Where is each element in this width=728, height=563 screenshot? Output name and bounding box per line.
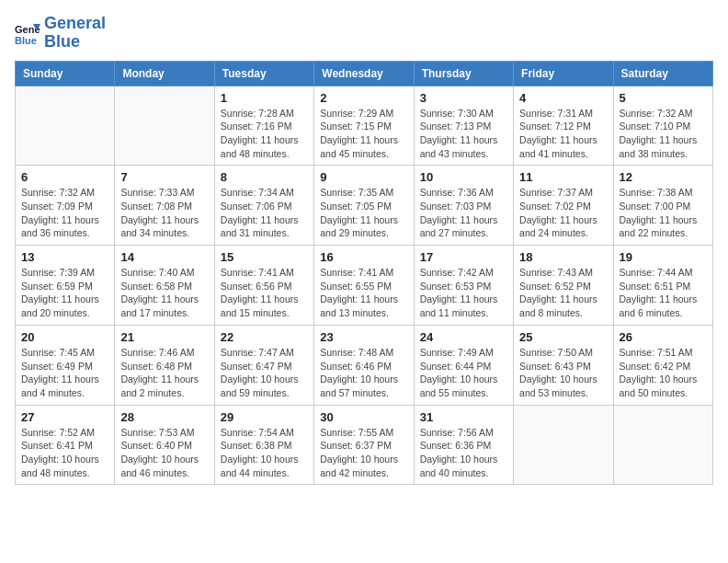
svg-text:Blue: Blue — [15, 35, 37, 46]
day-info: Sunrise: 7:45 AMSunset: 6:49 PMDaylight:… — [21, 346, 108, 400]
day-cell: 23Sunrise: 7:48 AMSunset: 6:46 PMDayligh… — [314, 325, 414, 405]
day-info: Sunrise: 7:31 AMSunset: 7:12 PMDaylight:… — [519, 107, 607, 161]
day-number: 3 — [420, 91, 507, 105]
day-header-wednesday: Wednesday — [314, 61, 414, 86]
day-number: 4 — [519, 91, 607, 105]
day-cell: 31Sunrise: 7:56 AMSunset: 6:36 PMDayligh… — [414, 405, 513, 485]
day-number: 8 — [221, 170, 308, 184]
day-number: 28 — [120, 410, 208, 424]
day-number: 22 — [221, 330, 308, 344]
day-info: Sunrise: 7:30 AMSunset: 7:13 PMDaylight:… — [420, 107, 507, 161]
day-info: Sunrise: 7:36 AMSunset: 7:03 PMDaylight:… — [420, 186, 507, 240]
header-row: SundayMondayTuesdayWednesdayThursdayFrid… — [16, 61, 713, 86]
day-info: Sunrise: 7:42 AMSunset: 6:53 PMDaylight:… — [420, 266, 507, 320]
day-cell: 21Sunrise: 7:46 AMSunset: 6:48 PMDayligh… — [115, 325, 214, 405]
day-cell: 30Sunrise: 7:55 AMSunset: 6:37 PMDayligh… — [314, 405, 414, 485]
week-row-5: 27Sunrise: 7:52 AMSunset: 6:41 PMDayligh… — [16, 405, 713, 485]
day-header-monday: Monday — [115, 61, 214, 86]
day-cell: 5Sunrise: 7:32 AMSunset: 7:10 PMDaylight… — [613, 86, 712, 166]
day-info: Sunrise: 7:46 AMSunset: 6:48 PMDaylight:… — [120, 346, 208, 400]
day-number: 29 — [221, 410, 308, 424]
day-header-sunday: Sunday — [16, 61, 115, 86]
day-header-thursday: Thursday — [414, 61, 513, 86]
calendar-table: SundayMondayTuesdayWednesdayThursdayFrid… — [15, 61, 713, 486]
day-info: Sunrise: 7:39 AMSunset: 6:59 PMDaylight:… — [21, 266, 108, 320]
logo-text: GeneralBlue — [44, 15, 106, 52]
day-number: 11 — [519, 170, 607, 184]
day-number: 19 — [620, 250, 707, 264]
week-row-4: 20Sunrise: 7:45 AMSunset: 6:49 PMDayligh… — [16, 325, 713, 405]
day-cell: 24Sunrise: 7:49 AMSunset: 6:44 PMDayligh… — [414, 325, 513, 405]
day-number: 16 — [320, 250, 407, 264]
day-number: 26 — [620, 330, 707, 344]
day-cell: 29Sunrise: 7:54 AMSunset: 6:38 PMDayligh… — [214, 405, 313, 485]
day-cell: 4Sunrise: 7:31 AMSunset: 7:12 PMDaylight… — [514, 86, 613, 166]
day-number: 10 — [420, 170, 507, 184]
day-header-friday: Friday — [514, 61, 613, 86]
day-cell — [115, 86, 214, 166]
day-info: Sunrise: 7:32 AMSunset: 7:10 PMDaylight:… — [620, 107, 707, 161]
day-cell: 2Sunrise: 7:29 AMSunset: 7:15 PMDaylight… — [314, 86, 414, 166]
day-cell: 20Sunrise: 7:45 AMSunset: 6:49 PMDayligh… — [16, 325, 115, 405]
day-number: 20 — [21, 330, 108, 344]
day-info: Sunrise: 7:51 AMSunset: 6:42 PMDaylight:… — [620, 346, 707, 400]
day-info: Sunrise: 7:55 AMSunset: 6:37 PMDaylight:… — [320, 426, 407, 480]
day-cell: 15Sunrise: 7:41 AMSunset: 6:56 PMDayligh… — [214, 246, 313, 326]
day-cell: 7Sunrise: 7:33 AMSunset: 7:08 PMDaylight… — [115, 166, 214, 246]
logo-icon: General Blue — [15, 20, 40, 46]
day-info: Sunrise: 7:41 AMSunset: 6:56 PMDaylight:… — [221, 266, 308, 320]
day-number: 2 — [320, 91, 407, 105]
day-cell: 6Sunrise: 7:32 AMSunset: 7:09 PMDaylight… — [16, 166, 115, 246]
day-cell: 10Sunrise: 7:36 AMSunset: 7:03 PMDayligh… — [414, 166, 513, 246]
day-number: 17 — [420, 250, 507, 264]
day-number: 6 — [21, 170, 108, 184]
day-number: 25 — [519, 330, 607, 344]
day-cell: 16Sunrise: 7:41 AMSunset: 6:55 PMDayligh… — [314, 246, 414, 326]
day-cell: 11Sunrise: 7:37 AMSunset: 7:02 PMDayligh… — [514, 166, 613, 246]
day-info: Sunrise: 7:47 AMSunset: 6:47 PMDaylight:… — [221, 346, 308, 400]
day-number: 7 — [120, 170, 208, 184]
day-cell: 26Sunrise: 7:51 AMSunset: 6:42 PMDayligh… — [613, 325, 712, 405]
day-cell: 1Sunrise: 7:28 AMSunset: 7:16 PMDaylight… — [214, 86, 313, 166]
day-info: Sunrise: 7:34 AMSunset: 7:06 PMDaylight:… — [221, 186, 308, 240]
day-number: 13 — [21, 250, 108, 264]
day-number: 23 — [320, 330, 407, 344]
day-info: Sunrise: 7:53 AMSunset: 6:40 PMDaylight:… — [120, 426, 208, 480]
day-cell: 12Sunrise: 7:38 AMSunset: 7:00 PMDayligh… — [613, 166, 712, 246]
day-info: Sunrise: 7:48 AMSunset: 6:46 PMDaylight:… — [320, 346, 407, 400]
day-number: 30 — [320, 410, 407, 424]
day-cell: 13Sunrise: 7:39 AMSunset: 6:59 PMDayligh… — [16, 246, 115, 326]
day-info: Sunrise: 7:50 AMSunset: 6:43 PMDaylight:… — [519, 346, 607, 400]
day-header-saturday: Saturday — [613, 61, 712, 86]
week-row-2: 6Sunrise: 7:32 AMSunset: 7:09 PMDaylight… — [16, 166, 713, 246]
day-info: Sunrise: 7:54 AMSunset: 6:38 PMDaylight:… — [221, 426, 308, 480]
day-cell: 22Sunrise: 7:47 AMSunset: 6:47 PMDayligh… — [214, 325, 313, 405]
day-info: Sunrise: 7:29 AMSunset: 7:15 PMDaylight:… — [320, 107, 407, 161]
day-number: 21 — [120, 330, 208, 344]
day-info: Sunrise: 7:40 AMSunset: 6:58 PMDaylight:… — [120, 266, 208, 320]
day-info: Sunrise: 7:56 AMSunset: 6:36 PMDaylight:… — [420, 426, 507, 480]
day-cell: 28Sunrise: 7:53 AMSunset: 6:40 PMDayligh… — [115, 405, 214, 485]
day-cell: 18Sunrise: 7:43 AMSunset: 6:52 PMDayligh… — [514, 246, 613, 326]
day-cell — [613, 405, 712, 485]
day-number: 5 — [620, 91, 707, 105]
week-row-1: 1Sunrise: 7:28 AMSunset: 7:16 PMDaylight… — [16, 86, 713, 166]
day-info: Sunrise: 7:33 AMSunset: 7:08 PMDaylight:… — [120, 186, 208, 240]
day-info: Sunrise: 7:35 AMSunset: 7:05 PMDaylight:… — [320, 186, 407, 240]
day-number: 27 — [21, 410, 108, 424]
day-number: 18 — [519, 250, 607, 264]
day-cell: 8Sunrise: 7:34 AMSunset: 7:06 PMDaylight… — [214, 166, 313, 246]
day-cell — [514, 405, 613, 485]
page-header: General Blue GeneralBlue — [15, 15, 713, 52]
day-info: Sunrise: 7:32 AMSunset: 7:09 PMDaylight:… — [21, 186, 108, 240]
logo: General Blue GeneralBlue — [15, 15, 106, 52]
day-number: 9 — [320, 170, 407, 184]
day-info: Sunrise: 7:43 AMSunset: 6:52 PMDaylight:… — [519, 266, 607, 320]
day-header-tuesday: Tuesday — [214, 61, 313, 86]
day-cell: 19Sunrise: 7:44 AMSunset: 6:51 PMDayligh… — [613, 246, 712, 326]
day-info: Sunrise: 7:28 AMSunset: 7:16 PMDaylight:… — [221, 107, 308, 161]
day-number: 12 — [620, 170, 707, 184]
day-cell: 3Sunrise: 7:30 AMSunset: 7:13 PMDaylight… — [414, 86, 513, 166]
day-cell: 27Sunrise: 7:52 AMSunset: 6:41 PMDayligh… — [16, 405, 115, 485]
day-info: Sunrise: 7:44 AMSunset: 6:51 PMDaylight:… — [620, 266, 707, 320]
